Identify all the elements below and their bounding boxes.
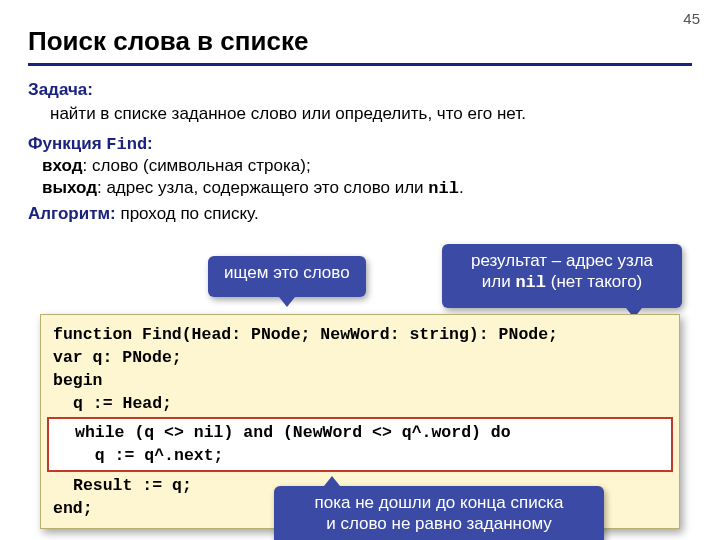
output-label: выход [42,178,97,197]
function-name: Find [106,135,147,154]
callout-result-l2a: или [482,272,516,291]
callout-result: результат – адрес узла или nil (нет тако… [442,244,682,308]
code-highlight: while (q <> nil) and (NewWord <> q^.word… [47,417,673,471]
callout-result-l2b: (нет такого) [546,272,642,291]
output-text-1: : адрес узла, содержащего это слово или [97,178,428,197]
callout-while-condition: пока не дошли до конца списка и слово не… [274,486,604,540]
task-text: найти в списке заданное слово или опреде… [50,104,692,124]
algorithm-label: Алгоритм: [28,204,116,223]
function-input: вход: слово (символьная строка); [42,156,692,176]
callout-search-word: ищем это слово [208,256,366,297]
content-block: Задача: найти в списке заданное слово ил… [28,80,692,224]
code-line-5: while (q <> nil) and (NewWord <> q^.word… [55,421,665,444]
task-label: Задача: [28,80,93,99]
page-title: Поиск слова в списке [28,26,692,66]
function-label-prefix: Функция [28,134,106,153]
callout-bottom-line2: и слово не равно заданному [290,513,588,534]
callout-result-nil: nil [515,273,546,292]
algorithm-text: проход по списку. [116,204,259,223]
function-label-colon: : [147,134,153,153]
code-line-1: function Find(Head: PNode; NewWord: stri… [53,323,667,346]
output-nil: nil [428,179,459,198]
function-output: выход: адрес узла, содержащего это слово… [42,178,692,198]
callout-search-text: ищем это слово [224,263,350,282]
code-line-4: q := Head; [53,392,667,415]
page-number: 45 [683,10,700,27]
task-row: Задача: [28,80,692,100]
input-label: вход [42,156,82,175]
callout-result-line1: результат – адрес узла [458,250,666,271]
output-text-2: . [459,178,464,197]
algorithm-row: Алгоритм: проход по списку. [28,204,692,224]
callout-bottom-line1: пока не дошли до конца списка [290,492,588,513]
input-text: : слово (символьная строка); [82,156,310,175]
function-row: Функция Find: [28,134,692,154]
code-line-6: q := q^.next; [55,444,665,467]
callout-result-line2: или nil (нет такого) [458,271,666,293]
code-line-3: begin [53,369,667,392]
code-line-2: var q: PNode; [53,346,667,369]
